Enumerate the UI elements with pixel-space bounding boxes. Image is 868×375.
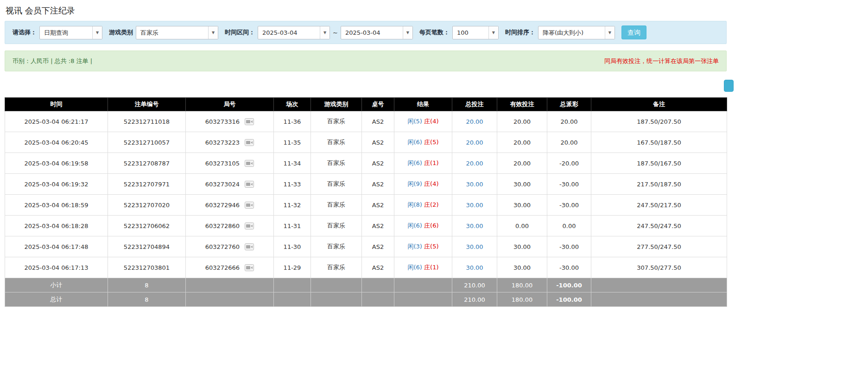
- cell-valid-bet: 20.00: [497, 132, 547, 153]
- cell-total-bet: 20.00: [452, 111, 497, 132]
- total-bet-link[interactable]: 30.00: [466, 222, 483, 229]
- query-type-value: 日期查询: [40, 26, 92, 39]
- total-bet-link[interactable]: 30.00: [466, 202, 483, 209]
- cell-valid-bet: 30.00: [497, 174, 547, 195]
- cell-valid-bet: 30.00: [497, 195, 547, 216]
- total-row: 总计 8 210.00 180.00 -100.00: [5, 292, 727, 307]
- total-label: 总计: [5, 292, 108, 307]
- chevron-down-icon[interactable]: ▼: [403, 26, 412, 39]
- round-number: 603272666: [205, 264, 240, 271]
- col-header-time: 时间: [5, 98, 108, 111]
- total-bet-link[interactable]: 30.00: [466, 243, 483, 250]
- result-banker: 庄(6): [424, 222, 438, 229]
- cell-game-type: 百家乐: [311, 132, 362, 153]
- total-bet-link[interactable]: 20.00: [466, 139, 483, 146]
- chevron-down-icon[interactable]: ▼: [208, 26, 218, 39]
- cell-result: 闲(9) 庄(4): [394, 174, 452, 195]
- table-section: 时间 注单编号 局号 场次 游戏类别 桌号 结果 总投注 有效投注 总派彩 备注…: [5, 97, 727, 307]
- table-row: 2025-03-04 06:19:32 522312707971 6032730…: [5, 174, 727, 195]
- video-replay-icon[interactable]: [245, 264, 254, 271]
- video-replay-icon[interactable]: [245, 222, 254, 229]
- video-replay-icon[interactable]: [245, 118, 254, 125]
- round-number: 603273105: [205, 160, 240, 167]
- result-player: 闲(3): [408, 243, 422, 250]
- sort-order-select[interactable]: 降幂(由大到小) ▼: [538, 26, 615, 39]
- total-bet-link[interactable]: 30.00: [466, 181, 483, 188]
- cell-payout: -20.00: [547, 153, 591, 174]
- game-type-select[interactable]: 百家乐 ▼: [136, 26, 218, 39]
- chevron-down-icon[interactable]: ▼: [92, 26, 102, 39]
- bet-records-table: 时间 注单编号 局号 场次 游戏类别 桌号 结果 总投注 有效投注 总派彩 备注…: [5, 97, 727, 307]
- page-size-label: 每页笔数：: [419, 28, 450, 37]
- cell-remark: 167.50/187.50: [591, 132, 727, 153]
- search-button[interactable]: 查询: [621, 25, 646, 39]
- cell-result: 闲(3) 庄(5): [394, 236, 452, 257]
- query-type-select[interactable]: 日期查询 ▼: [39, 26, 102, 39]
- total-count: 8: [108, 292, 186, 307]
- chevron-down-icon[interactable]: ▼: [488, 26, 498, 39]
- date-to-picker[interactable]: 2025-03-04 ▼: [341, 26, 413, 39]
- col-header-valid-bet: 有效投注: [497, 98, 547, 111]
- query-type-label: 请选择：: [13, 28, 37, 37]
- cell-result: 闲(6) 庄(6): [394, 216, 452, 236]
- cell-table-no: AS2: [362, 174, 394, 195]
- cell-table-no: AS2: [362, 236, 394, 257]
- cell-result: 闲(6) 庄(1): [394, 257, 452, 278]
- chevron-down-icon[interactable]: ▼: [605, 26, 615, 39]
- cell-session: 11-30: [274, 236, 311, 257]
- total-bet-link[interactable]: 20.00: [466, 160, 483, 167]
- subtotal-payout: -100.00: [547, 278, 591, 292]
- col-header-game-type: 游戏类别: [311, 98, 362, 111]
- total-bet-link[interactable]: 30.00: [466, 264, 483, 271]
- cell-payout: 20.00: [547, 132, 591, 153]
- date-from-value: 2025-03-04: [258, 26, 320, 39]
- page-size-value: 100: [453, 26, 488, 39]
- side-action-button[interactable]: [724, 80, 734, 92]
- cell-payout: -30.00: [547, 236, 591, 257]
- result-player: 闲(6): [408, 264, 422, 271]
- cell-round: 603272946: [186, 195, 274, 216]
- cell-remark: 307.50/277.50: [591, 257, 727, 278]
- cell-result: 闲(8) 庄(2): [394, 195, 452, 216]
- table-row: 2025-03-04 06:17:13 522312703801 6032726…: [5, 257, 727, 278]
- cell-round: 603272666: [186, 257, 274, 278]
- chevron-down-icon[interactable]: ▼: [320, 26, 329, 39]
- total-valid-bet: 180.00: [497, 292, 547, 307]
- col-header-round: 局号: [186, 98, 274, 111]
- game-type-label: 游戏类别: [109, 28, 133, 37]
- round-number: 603273223: [205, 139, 240, 146]
- round-number: 603273024: [205, 181, 240, 188]
- sort-order-value: 降幂(由大到小): [539, 26, 605, 39]
- video-replay-icon[interactable]: [245, 202, 254, 209]
- cell-total-bet: 20.00: [452, 132, 497, 153]
- col-header-payout: 总派彩: [547, 98, 591, 111]
- cell-bet-id: 522312711018: [108, 111, 186, 132]
- video-replay-icon[interactable]: [245, 181, 254, 188]
- video-replay-icon[interactable]: [245, 243, 254, 250]
- subtotal-total-bet: 210.00: [452, 278, 497, 292]
- total-bet-link[interactable]: 20.00: [466, 118, 483, 125]
- result-player: 闲(6): [408, 222, 422, 229]
- result-banker: 庄(1): [424, 159, 438, 166]
- result-banker: 庄(1): [424, 264, 438, 271]
- filter-bar: 请选择： 日期查询 ▼ 游戏类别 百家乐 ▼ 时间区间： 2025-03-04 …: [5, 21, 727, 44]
- cell-table-no: AS2: [362, 195, 394, 216]
- subtotal-label: 小计: [5, 278, 108, 292]
- date-to-value: 2025-03-04: [341, 26, 403, 39]
- table-row: 2025-03-04 06:17:48 522312704894 6032727…: [5, 236, 727, 257]
- cell-bet-id: 522312708787: [108, 153, 186, 174]
- cell-bet-id: 522312707971: [108, 174, 186, 195]
- col-header-table-no: 桌号: [362, 98, 394, 111]
- cell-remark: 277.50/247.50: [591, 236, 727, 257]
- col-header-bet-id: 注单编号: [108, 98, 186, 111]
- page-size-select[interactable]: 100 ▼: [452, 26, 499, 39]
- cell-table-no: AS2: [362, 216, 394, 236]
- cell-remark: 187.50/207.50: [591, 111, 727, 132]
- cell-round: 603273105: [186, 153, 274, 174]
- table-row: 2025-03-04 06:18:59 522312707020 6032729…: [5, 195, 727, 216]
- video-replay-icon[interactable]: [245, 139, 254, 146]
- video-replay-icon[interactable]: [245, 160, 254, 167]
- date-from-picker[interactable]: 2025-03-04 ▼: [258, 26, 330, 39]
- cell-total-bet: 30.00: [452, 195, 497, 216]
- col-header-remark: 备注: [591, 98, 727, 111]
